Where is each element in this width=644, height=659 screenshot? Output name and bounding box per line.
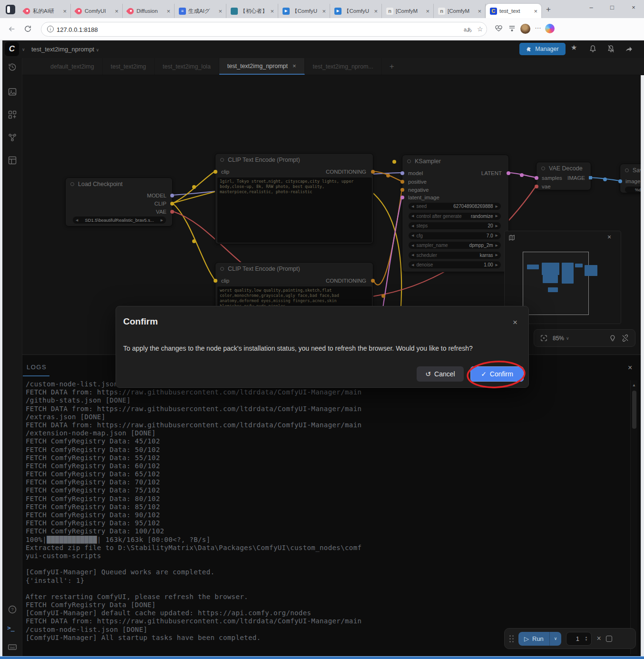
collapse-dot-icon[interactable] xyxy=(70,182,74,186)
address-bar[interactable]: i 127.0.0.1:8188 aあ ☆ xyxy=(41,22,487,37)
browser-tab[interactable]: n[ComfyM× xyxy=(382,4,434,18)
window-close-button[interactable]: × xyxy=(626,4,641,11)
tab-workspace-icon[interactable] xyxy=(6,5,15,14)
input-port-positive[interactable] xyxy=(400,180,404,184)
checkpoint-name-widget[interactable]: ◀SD1.5\beautifulRealistic_brav5.s...▶ xyxy=(73,216,166,224)
ksampler-widget-steps[interactable]: ◀steps20▶ xyxy=(409,222,501,229)
manager-button[interactable]: Manager xyxy=(519,43,566,55)
input-port-image[interactable] xyxy=(618,179,622,183)
widget-left-arrow-icon[interactable]: ◀ xyxy=(411,253,414,257)
run-button[interactable]: ▷Run xyxy=(518,632,549,646)
drag-handle-icon[interactable] xyxy=(509,635,514,642)
comfy-logo[interactable]: C xyxy=(5,42,19,56)
input-port-model[interactable] xyxy=(400,171,404,175)
browser-tab[interactable]: 【初心者】× xyxy=(226,4,278,18)
workflow-tab[interactable]: test_text2img xyxy=(103,58,155,75)
ksampler-widget-cfg[interactable]: ◀cfg7.0▶ xyxy=(409,232,501,239)
scrollbar-thumb[interactable] xyxy=(632,391,636,429)
input-port-clip[interactable] xyxy=(214,279,217,283)
workflow-tab[interactable]: test_text2img_nprom... xyxy=(305,58,382,75)
workflow-new-tab-button[interactable]: + xyxy=(382,58,402,75)
window-maximize-button[interactable]: □ xyxy=(605,4,619,11)
browser-tab[interactable]: ≡生成AIグ× xyxy=(175,4,226,18)
output-port-latent[interactable] xyxy=(507,171,510,175)
sidebar-workflows-icon[interactable] xyxy=(8,133,17,142)
lightbulb-icon[interactable] xyxy=(609,334,616,342)
input-port-samples[interactable] xyxy=(535,176,538,180)
logs-close-icon[interactable]: × xyxy=(628,364,632,372)
toggle-links-icon[interactable] xyxy=(621,334,629,342)
widget-left-arrow-icon[interactable]: ◀ xyxy=(411,234,414,237)
refresh-icon[interactable] xyxy=(24,25,32,33)
input-port-clip[interactable] xyxy=(214,170,217,174)
logo-chevron-down-icon[interactable]: ∨ xyxy=(22,47,25,52)
clear-queue-icon[interactable]: × xyxy=(596,634,601,643)
ksampler-widget-denoise[interactable]: ◀denoise1.00▶ xyxy=(409,261,501,268)
collapse-dot-icon[interactable] xyxy=(220,158,224,162)
sidebar-help-icon[interactable]: ? xyxy=(8,605,17,614)
tab-close-icon[interactable]: × xyxy=(425,8,430,15)
widget-left-arrow-icon[interactable]: ◀ xyxy=(411,244,414,247)
output-port-conditioning[interactable] xyxy=(371,170,375,174)
output-port-image[interactable] xyxy=(589,176,592,179)
translate-icon[interactable]: aあ xyxy=(464,26,472,33)
output-port-model[interactable] xyxy=(170,194,174,197)
share-icon[interactable] xyxy=(625,45,633,53)
tab-close-icon[interactable]: × xyxy=(217,8,223,15)
workflow-tab[interactable]: test_text2img_nprompt× xyxy=(219,58,305,75)
star-icon[interactable]: ★ xyxy=(571,43,577,52)
cancel-button[interactable]: ↺Cancel xyxy=(417,366,464,382)
url-text[interactable]: 127.0.0.1:8188 xyxy=(57,26,98,33)
widget-left-arrow-icon[interactable]: ◀ xyxy=(411,263,414,267)
sidebar-terminal-icon[interactable]: >_ xyxy=(7,624,17,634)
window-minimize-button[interactable]: – xyxy=(584,4,598,11)
copilot-icon[interactable] xyxy=(545,24,555,33)
settings-dots-icon[interactable]: … xyxy=(535,22,542,30)
new-tab-button[interactable]: + xyxy=(546,5,551,14)
scrollbar-up-arrow-icon[interactable]: ▲ xyxy=(632,383,636,387)
sidebar-shortcuts-icon[interactable] xyxy=(8,642,17,652)
tab-close-icon[interactable]: × xyxy=(62,8,68,15)
tab-close-icon[interactable]: × xyxy=(373,8,379,15)
output-port-vae[interactable] xyxy=(170,210,174,214)
logs-scrollbar[interactable]: ▲ xyxy=(630,380,637,654)
sidebar-templates-icon[interactable] xyxy=(8,156,17,165)
profile-avatar[interactable] xyxy=(520,24,530,34)
widget-right-arrow-icon[interactable]: ▶ xyxy=(161,218,163,222)
browser-tab[interactable]: Diffusion× xyxy=(123,4,175,18)
widget-right-arrow-icon[interactable]: ▶ xyxy=(496,244,498,247)
ksampler-widget-scheduler[interactable]: ◀schedulerkarras▶ xyxy=(409,252,501,259)
browser-tab[interactable]: 私的AI研× xyxy=(19,4,71,18)
browser-tab[interactable]: ▶【ComfyU× xyxy=(330,4,382,18)
tab-close-icon[interactable]: × xyxy=(114,8,119,15)
tab-close-icon[interactable]: × xyxy=(533,8,538,15)
minimap-close-icon[interactable]: × xyxy=(607,233,611,241)
widget-left-arrow-icon[interactable]: ◀ xyxy=(411,214,414,218)
confirm-button[interactable]: ✓Confirm xyxy=(470,366,524,382)
widget-left-arrow-icon[interactable]: ◀ xyxy=(411,224,414,228)
collections-icon[interactable] xyxy=(508,24,516,32)
node-load-checkpoint[interactable]: Load Checkpoint MODEL CLIP VAE ◀SD1.5\be… xyxy=(65,177,173,226)
input-port-negative[interactable] xyxy=(400,188,404,192)
workflow-tab-close-icon[interactable]: × xyxy=(293,62,296,69)
dialog-close-icon[interactable]: × xyxy=(513,318,517,327)
sidebar-node-library-icon[interactable] xyxy=(8,110,17,119)
stop-icon[interactable] xyxy=(606,636,612,642)
favorite-star-icon[interactable]: ☆ xyxy=(477,25,483,33)
run-options-chevron-icon[interactable]: ∨ xyxy=(549,632,562,646)
browser-tab[interactable]: ComfyUI× xyxy=(71,4,123,18)
logs-tab[interactable]: LOGS xyxy=(27,364,47,371)
workflow-tab[interactable]: default_text2img xyxy=(42,58,103,75)
widget-left-arrow-icon[interactable]: ◀ xyxy=(411,205,414,208)
fit-view-icon[interactable] xyxy=(540,334,548,342)
sidebar-queue-history-icon[interactable] xyxy=(8,62,17,72)
bell-slash-icon[interactable] xyxy=(607,45,615,53)
sidebar-gallery-icon[interactable] xyxy=(8,87,17,97)
zoom-level-dropdown[interactable]: 85%∨ xyxy=(553,335,569,342)
widget-right-arrow-icon[interactable]: ▶ xyxy=(496,253,498,257)
node-vae-decode[interactable]: VAE Decode samples vae IMAGE xyxy=(536,162,591,190)
input-port-latent-image[interactable] xyxy=(400,196,404,199)
output-port-conditioning[interactable] xyxy=(371,279,375,283)
bell-icon[interactable] xyxy=(589,45,597,53)
browser-tab[interactable]: n[ComfyM× xyxy=(434,4,486,18)
